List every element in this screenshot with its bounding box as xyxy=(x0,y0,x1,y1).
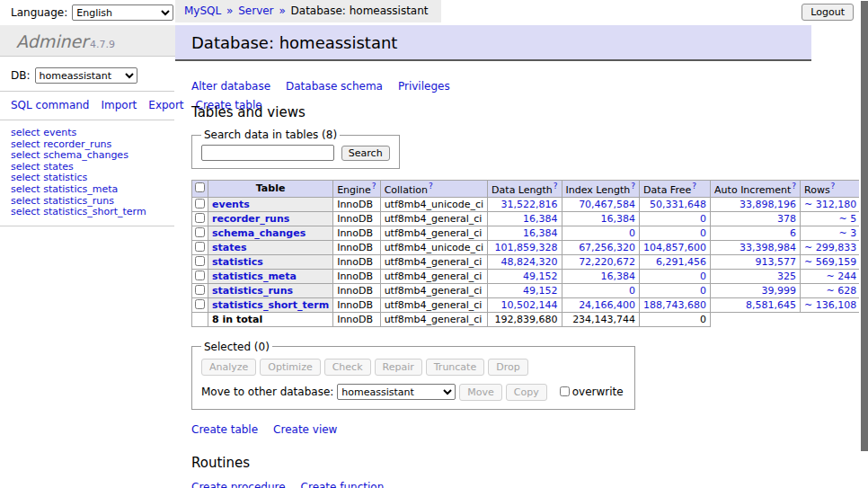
index-length-link[interactable]: 0 xyxy=(629,227,635,239)
data-length-link[interactable]: 16,384 xyxy=(523,213,558,225)
rows-count-link[interactable]: ~ 628 xyxy=(826,285,856,297)
row-checkbox[interactable] xyxy=(195,271,205,280)
sidebar-select-table-link[interactable]: select statistics_meta xyxy=(11,184,166,196)
create-link[interactable]: Create table xyxy=(191,423,258,436)
data-length-link[interactable]: 16,384 xyxy=(523,227,558,239)
data-length-link[interactable]: 49,152 xyxy=(523,285,558,297)
database-nav-link[interactable]: Privileges xyxy=(398,80,450,93)
rows-count-link[interactable]: ~ 136,108 xyxy=(804,299,856,311)
data-length-link[interactable]: 49,152 xyxy=(523,271,558,282)
row-checkbox[interactable] xyxy=(195,213,205,223)
move-button[interactable]: Move xyxy=(459,384,502,401)
data-free-link[interactable]: 0 xyxy=(700,227,706,239)
copy-button[interactable]: Copy xyxy=(506,384,547,401)
column-help-link[interactable]: ? xyxy=(554,182,558,191)
data-length-link[interactable]: 31,522,816 xyxy=(501,199,558,210)
data-free-link[interactable]: 0 xyxy=(700,285,706,297)
collation-cell: utf8mb4_unicode_ci xyxy=(380,240,487,254)
search-button[interactable]: Search xyxy=(341,146,390,161)
rows-count-link[interactable]: ~ 569,159 xyxy=(804,256,856,268)
data-free-link[interactable]: 0 xyxy=(700,271,706,282)
sidebar-select-table-link[interactable]: select schema_changes xyxy=(11,150,166,162)
table-name-link[interactable]: statistics_short_term xyxy=(212,299,329,311)
column-help-link[interactable]: ? xyxy=(631,182,635,191)
table-name-link[interactable]: recorder_runs xyxy=(212,213,289,225)
auto-increment-link[interactable]: 8,581,645 xyxy=(746,299,796,311)
scrollbar-thumb[interactable] xyxy=(861,1,868,451)
sidebar-select-table-link[interactable]: select statistics_short_term xyxy=(11,207,166,218)
auto-increment-link[interactable]: 6 xyxy=(790,227,796,239)
db-select[interactable]: homeassistant xyxy=(35,67,137,84)
logout-button[interactable]: Logout xyxy=(802,4,854,21)
language-select[interactable]: English xyxy=(72,4,173,21)
index-length-link[interactable]: 72,220,672 xyxy=(579,256,635,268)
table-name-link[interactable]: states xyxy=(212,242,247,253)
table-operation-button[interactable]: Analyze xyxy=(201,359,256,376)
breadcrumb-mysql-link[interactable]: MySQL xyxy=(184,4,221,17)
database-nav-link[interactable]: Alter database xyxy=(191,80,270,93)
table-operation-button[interactable]: Optimize xyxy=(260,359,320,376)
auto-increment-link[interactable]: 39,999 xyxy=(762,285,797,297)
create-link[interactable]: Create view xyxy=(273,423,337,436)
overwrite-checkbox[interactable] xyxy=(560,386,570,396)
row-checkbox[interactable] xyxy=(195,299,205,309)
auto-increment-link[interactable]: 33,398,984 xyxy=(740,242,796,253)
row-checkbox[interactable] xyxy=(195,242,205,252)
table-operation-button[interactable]: Drop xyxy=(488,359,527,376)
sidebar-action-link[interactable]: Import xyxy=(101,99,137,111)
table-name-link[interactable]: statistics_meta xyxy=(212,271,297,282)
table-operation-button[interactable]: Truncate xyxy=(426,359,484,376)
table-name-link[interactable]: statistics_runs xyxy=(212,285,293,297)
data-length-link[interactable]: 101,859,328 xyxy=(495,242,558,253)
rows-count-link[interactable]: ~ 299,833 xyxy=(804,242,856,253)
row-checkbox[interactable] xyxy=(195,256,205,266)
overwrite-label[interactable]: overwrite xyxy=(572,386,624,398)
row-checkbox[interactable] xyxy=(195,227,205,237)
table-name-link[interactable]: schema_changes xyxy=(212,227,306,239)
index-length-link[interactable]: 0 xyxy=(629,285,635,297)
index-length-link[interactable]: 24,166,400 xyxy=(579,299,635,311)
rows-count-link[interactable]: ~ 244 xyxy=(826,271,856,282)
vertical-scrollbar[interactable] xyxy=(859,0,868,488)
data-free-link[interactable]: 188,743,680 xyxy=(643,299,706,311)
auto-increment-link[interactable]: 378 xyxy=(777,213,796,225)
column-help-link[interactable]: ? xyxy=(792,182,796,191)
data-free-link[interactable]: 104,857,600 xyxy=(643,242,706,253)
column-help-link[interactable]: ? xyxy=(692,182,696,191)
index-length-link[interactable]: 16,384 xyxy=(601,271,636,282)
auto-increment-link[interactable]: 913,577 xyxy=(756,256,797,268)
move-db-select[interactable]: homeassistant xyxy=(337,384,456,400)
routine-create-link[interactable]: Create function xyxy=(301,481,385,488)
row-checkbox[interactable] xyxy=(195,285,205,295)
data-length-link[interactable]: 48,824,320 xyxy=(501,256,558,268)
index-length-link[interactable]: 67,256,320 xyxy=(579,242,635,253)
column-help-link[interactable]: ? xyxy=(372,182,376,191)
index-length-link[interactable]: 16,384 xyxy=(601,213,636,225)
routine-create-link[interactable]: Create procedure xyxy=(191,481,286,488)
table-name-link[interactable]: statistics xyxy=(212,256,263,268)
search-input[interactable] xyxy=(201,145,334,161)
row-checkbox[interactable] xyxy=(195,199,205,209)
collation-cell: utf8mb4_general_ci xyxy=(380,254,487,269)
data-free-link[interactable]: 50,331,648 xyxy=(650,199,706,210)
rows-count-link[interactable]: ~ 312,180 xyxy=(804,199,856,210)
table-operation-button[interactable]: Repair xyxy=(375,359,422,376)
data-length-link[interactable]: 10,502,144 xyxy=(501,299,558,311)
sidebar-select-table-link[interactable]: select events xyxy=(11,128,166,139)
column-help-link[interactable]: ? xyxy=(831,182,836,191)
table-operation-button[interactable]: Check xyxy=(324,359,371,376)
sidebar-action-link[interactable]: SQL command xyxy=(11,99,89,111)
database-nav-link[interactable]: Database schema xyxy=(286,80,383,93)
breadcrumb-server-link[interactable]: Server xyxy=(238,4,273,17)
auto-increment-link[interactable]: 33,898,196 xyxy=(740,199,796,210)
adminer-logo-link[interactable]: Adminer xyxy=(16,31,88,51)
column-help-link[interactable]: ? xyxy=(429,182,433,191)
select-all-checkbox[interactable] xyxy=(195,182,205,192)
data-free-link[interactable]: 0 xyxy=(700,213,706,225)
data-free-link[interactable]: 6,291,456 xyxy=(656,256,706,268)
auto-increment-link[interactable]: 325 xyxy=(777,271,796,282)
rows-count-link[interactable]: ~ 5 xyxy=(838,213,856,225)
index-length-link[interactable]: 70,467,584 xyxy=(579,199,635,210)
table-name-link[interactable]: events xyxy=(212,199,250,210)
rows-count-link[interactable]: ~ 3 xyxy=(838,227,856,239)
